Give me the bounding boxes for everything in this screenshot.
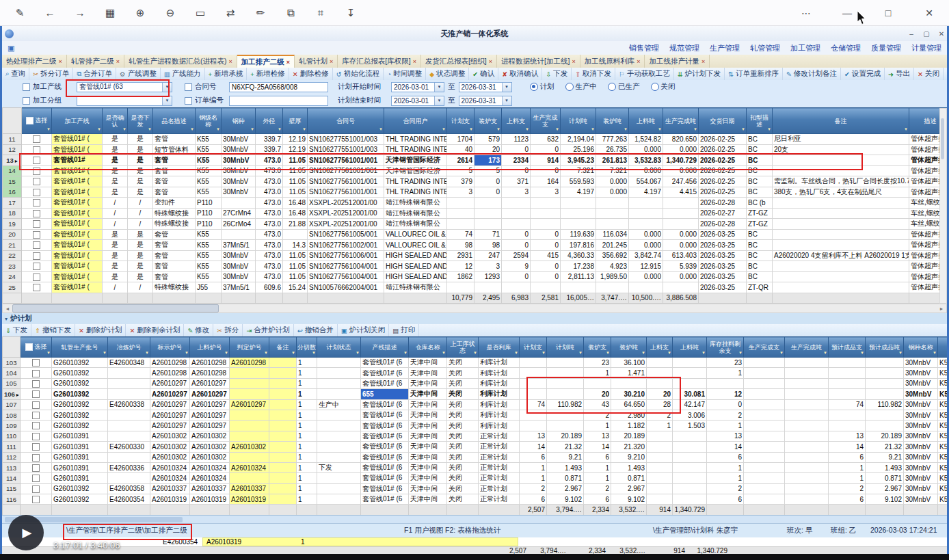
cell-plan_t[interactable]: 9.21 (547, 452, 584, 462)
cell-plan_t[interactable] (547, 368, 584, 378)
column-header-batch[interactable]: 轧管生产批号▼ (52, 337, 108, 358)
cell-reuse[interactable]: 正常计划 (479, 442, 520, 452)
cell-warehouse[interactable]: 天津中间 (409, 358, 447, 368)
play-button[interactable]: ▶ (8, 515, 44, 550)
cell-done_pcs[interactable] (744, 442, 785, 452)
close-tab-icon[interactable]: × (59, 58, 62, 65)
cell-warehouse[interactable]: 天津中间 (409, 410, 447, 420)
cell-reuse[interactable]: 利库计划 (479, 399, 520, 410)
row-checkbox[interactable] (33, 231, 40, 239)
cell-contract[interactable]: SN106277561004/001 (308, 261, 384, 272)
cell-feedno[interactable]: A26010297 (190, 421, 230, 431)
cell-issued[interactable]: 是 (128, 250, 153, 261)
line-filter-checkbox[interactable] (23, 83, 30, 91)
cell-plan_pcs[interactable]: 6 (520, 452, 547, 462)
cell-thread[interactable]: BC (747, 250, 773, 261)
row-checkbox[interactable] (32, 454, 40, 462)
column-header-select[interactable]: 选择▼ (21, 337, 52, 358)
filter-icon[interactable]: ▼ (312, 349, 316, 356)
cell-grade[interactable]: K5 (938, 358, 948, 368)
cell-contract[interactable]: SN106277561001/001 (308, 176, 384, 187)
cell-splits[interactable]: 1 (297, 494, 317, 505)
column-header-plan_t[interactable]: 计划吨▼ (547, 337, 584, 358)
cell-judge[interactable] (230, 368, 269, 378)
cell-feed_t[interactable]: 12.915 (629, 261, 663, 272)
grid-icon[interactable]: ▦ (101, 7, 119, 19)
cell-feed_t[interactable]: 3,842.74 (629, 250, 663, 261)
filter-icon[interactable]: ▼ (190, 126, 194, 133)
cell-smelt[interactable] (108, 378, 150, 388)
column-header-plan_pcs[interactable]: 计划支▼ (520, 337, 547, 358)
cell-furnace_t[interactable]: 2.967 (611, 483, 647, 494)
cell-product[interactable]: 套管 (153, 271, 196, 282)
cell-furnace_t[interactable]: 0.000 (596, 176, 629, 187)
cell-remark[interactable] (269, 473, 297, 483)
table-row-19[interactable]: 19套管线01# (//特殊螺纹接P11026CrMo4473.021.88XS… (3, 219, 948, 230)
tab-4[interactable]: 轧管计划× (295, 55, 338, 68)
cell-prev_status[interactable]: 关闭 (447, 452, 479, 462)
cell-splits[interactable]: 1 (297, 462, 317, 472)
cell-contract[interactable]: SN106277561005/001 (308, 229, 384, 240)
filter-icon[interactable]: ▼ (216, 126, 220, 133)
chevron-down-icon[interactable]: ▼ (434, 96, 444, 105)
cell-est_pcs[interactable]: 13 (829, 431, 866, 441)
filter-icon[interactable]: ▼ (701, 349, 706, 356)
cell-done_pcs[interactable] (744, 399, 785, 410)
close-tab-icon[interactable]: × (286, 59, 290, 66)
cell-done_pcs[interactable]: 0 (531, 229, 561, 240)
cell-contract[interactable]: XSXPL-202512001/00 (308, 219, 384, 230)
table-row-103[interactable]: 103G26010392E42600348A26010298A26010298A… (3, 358, 948, 368)
cell-plan_t[interactable] (561, 282, 596, 293)
furnace-section-header[interactable]: ▾ 炉计划 (2, 313, 947, 325)
cell-thread[interactable]: BC (747, 176, 773, 187)
cell-contract[interactable]: SN106277561004/001 (308, 271, 384, 282)
cell-remark[interactable]: 20支 (773, 144, 909, 155)
chevron-down-icon[interactable]: ▼ (502, 96, 511, 105)
toolbar-button-15[interactable]: ⚐手动获取工艺 (615, 68, 674, 80)
cell-est_pcs[interactable]: 14 (829, 442, 866, 452)
cell-plan_t[interactable]: 9.102 (547, 494, 584, 505)
cell-select[interactable] (22, 208, 52, 219)
cell-feed_pcs[interactable] (502, 208, 531, 219)
cell-feed_pcs[interactable] (647, 431, 673, 441)
cell-remark[interactable] (269, 410, 297, 420)
cell-smelt[interactable]: E42600338 (108, 399, 150, 410)
filter-icon[interactable]: ▼ (278, 126, 282, 133)
cell-est_pcs[interactable]: 1 (829, 462, 866, 472)
cell-line[interactable]: 套管线01# (6 (361, 473, 409, 483)
cell-feed_pcs[interactable]: 9 (502, 261, 531, 272)
filter-icon[interactable]: ▼ (291, 349, 295, 356)
cell-prev_status[interactable]: 关闭 (447, 462, 479, 472)
cell-est_t[interactable] (866, 378, 904, 388)
cell-grade[interactable]: K5 (938, 378, 948, 388)
cell-furnace_pcs[interactable] (474, 198, 502, 209)
status-radio-0[interactable]: 计划 (530, 82, 554, 92)
cell-status[interactable] (317, 368, 361, 378)
cell-grade[interactable]: P110 (196, 208, 222, 219)
cell-steel[interactable]: 37Mn5/1 (222, 282, 256, 293)
cell-remark[interactable] (773, 198, 909, 209)
cell-thread[interactable]: BC (747, 271, 773, 282)
cell-smelt[interactable] (108, 421, 150, 431)
column-header-splits[interactable]: 分切数▼ (297, 337, 317, 358)
cell-feed_pcs[interactable] (647, 442, 673, 452)
row-checkbox[interactable] (32, 433, 40, 440)
cell-plan_t[interactable]: 0.871 (547, 473, 584, 483)
cell-grade[interactable]: P110 (196, 198, 222, 209)
cell-confirmed[interactable]: 是 (103, 176, 128, 187)
cell-status[interactable] (317, 378, 361, 388)
cell-select[interactable] (22, 144, 52, 155)
cell-inv_left[interactable]: 13 (707, 431, 744, 441)
cell-line[interactable]: 套管线01# (6 (361, 421, 409, 431)
cell-customer[interactable]: THL TRADING INTE (384, 134, 447, 145)
cell-select[interactable] (22, 198, 52, 209)
download-icon[interactable]: ↧ (342, 7, 360, 19)
cell-plan_t[interactable] (547, 358, 584, 368)
cell-furnace_t[interactable]: 777.263 (596, 134, 629, 145)
cell-feedno[interactable]: A26010302 (190, 442, 230, 452)
frame-icon[interactable]: ▭ (191, 7, 209, 19)
cell-inv_left[interactable]: 1 (707, 421, 744, 431)
cell-select[interactable] (22, 187, 52, 198)
cell-feedno[interactable]: A26010324 (190, 473, 230, 483)
filter-icon[interactable]: ▼ (103, 349, 107, 356)
